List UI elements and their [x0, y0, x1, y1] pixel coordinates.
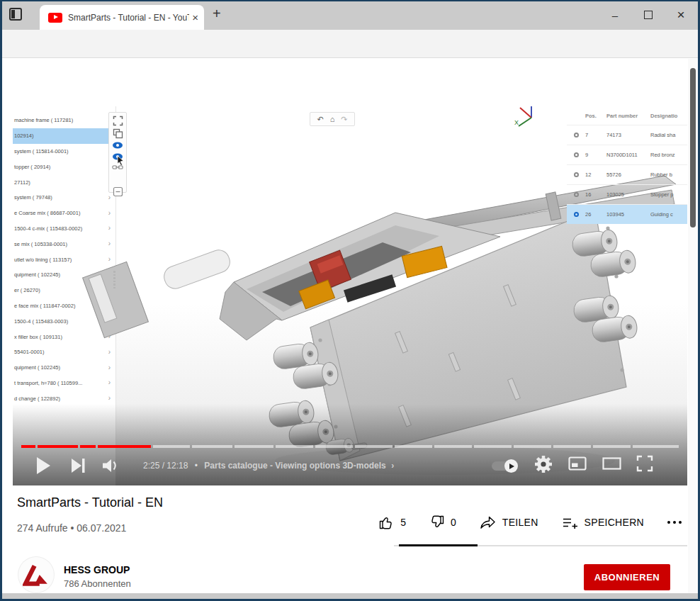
progress-segment	[192, 445, 232, 448]
browser-titlebar: SmartParts - Tutorial - EN - YouT × + – …	[0, 0, 700, 30]
youtube-favicon-icon	[48, 13, 62, 23]
volume-button[interactable]	[102, 458, 120, 473]
autoplay-knob	[504, 459, 518, 473]
parts-table-cell: Stopper p	[650, 191, 687, 198]
link-parts-icon[interactable]	[112, 164, 123, 171]
parts-table-row[interactable]: 16103025Stopper p	[567, 184, 687, 204]
chapter-title[interactable]: Parts catalogue - Viewing options 3D-mod…	[204, 461, 386, 471]
share-icon	[480, 516, 496, 529]
fit-view-icon[interactable]	[112, 116, 123, 125]
play-button[interactable]	[35, 456, 51, 475]
parts-table-body: 774173Radial sha9N3700D1011Red bronz1255…	[567, 125, 687, 224]
window-bottom-strip	[0, 593, 700, 599]
part-row-gear-icon[interactable]	[567, 172, 585, 177]
video-meta: 274 Aufrufe • 06.07.2021	[17, 522, 126, 534]
browser-tab[interactable]: SmartParts - Tutorial - EN - YouT ×	[40, 5, 204, 30]
parts-table-cell: 7	[585, 132, 606, 138]
parts-table-row[interactable]: 9N3700D1011Red bronz	[567, 145, 687, 164]
progress-bar[interactable]	[13, 445, 687, 449]
tree-resize-handle[interactable]	[113, 271, 116, 288]
save-button[interactable]: SPEICHERN	[562, 516, 644, 529]
autoplay-toggle[interactable]	[492, 461, 515, 471]
tab-actions-icon[interactable]	[9, 8, 22, 21]
parts-table-cell: 12	[585, 172, 606, 178]
progress-segment	[153, 445, 190, 448]
page-scrollbar[interactable]	[688, 59, 697, 593]
show-all-icon[interactable]	[112, 141, 123, 150]
home-view-icon[interactable]: ⌂	[330, 116, 335, 123]
parts-table-row[interactable]: 774173Radial sha	[567, 125, 687, 145]
window-border-top	[0, 0, 700, 1]
video-title: SmartParts - Tutorial - EN	[17, 495, 163, 510]
view-history-toolbar: ↶ ⌂ ↷	[310, 112, 355, 126]
scrollbar-thumb[interactable]	[690, 68, 696, 228]
parts-table-cell: 55726	[606, 172, 650, 178]
new-tab-button[interactable]: +	[213, 6, 221, 22]
video-actions: 5 0 TEILEN SPEICHERN	[379, 515, 682, 529]
parts-table: Pos.Part numberDesignatio 774173Radial s…	[567, 106, 687, 224]
chapter-chevron-icon[interactable]: ›	[391, 461, 394, 471]
parts-table-cell: 74173	[606, 132, 650, 138]
progress-segment	[315, 445, 353, 448]
share-button[interactable]: TEILEN	[480, 516, 538, 529]
parts-table-cell: 26	[585, 211, 606, 218]
like-button[interactable]: 5	[379, 515, 406, 529]
dislike-count: 0	[451, 517, 456, 528]
progress-segment	[395, 445, 432, 448]
theater-mode-button[interactable]	[602, 457, 621, 470]
save-label: SPEICHERN	[585, 517, 644, 528]
parts-table-header-cell: Designatio	[650, 113, 687, 119]
parts-table-cell: Red bronz	[650, 152, 687, 158]
window-border-left	[0, 0, 2, 601]
subscribe-button[interactable]: ABONNIEREN	[584, 564, 670, 590]
undo-icon[interactable]: ↶	[317, 116, 323, 123]
part-row-gear-icon[interactable]	[567, 192, 585, 197]
settings-gear-icon[interactable]	[533, 454, 554, 475]
progress-segment	[633, 445, 679, 448]
copy-view-icon[interactable]	[112, 128, 123, 138]
dislike-button[interactable]: 0	[429, 515, 456, 529]
thumb-down-icon	[429, 515, 444, 529]
more-actions-icon[interactable]	[667, 521, 682, 524]
progress-segment	[434, 445, 472, 448]
show-selected-icon[interactable]	[112, 152, 123, 161]
video-player[interactable]: machine frame ( 117281)›102914)system ( …	[13, 106, 687, 485]
time-display: 2:25 / 12:18	[143, 461, 188, 471]
redo-icon[interactable]: ↷	[341, 116, 347, 123]
youtube-header: YouTube DE ANMELDEN	[0, 59, 698, 99]
maximize-icon	[644, 11, 653, 19]
progress-segment	[80, 445, 96, 448]
parts-table-cell: N3700D1011	[606, 152, 650, 158]
hess-logo-icon	[23, 562, 50, 588]
tab-title: SmartParts - Tutorial - EN - YouT	[68, 13, 189, 23]
parts-table-row[interactable]: 1255726Rubber b	[567, 164, 687, 184]
collapse-panel-icon[interactable]	[112, 186, 123, 196]
time-chapter-display: 2:25 / 12:18 • Parts catalogue - Viewing…	[143, 461, 394, 471]
next-button[interactable]	[71, 456, 86, 475]
part-row-gear-icon[interactable]	[567, 152, 585, 157]
parts-table-cell: Rubber b	[650, 172, 687, 178]
channel-avatar[interactable]	[18, 557, 54, 592]
progress-segment	[474, 445, 512, 448]
parts-table-header: Pos.Part numberDesignatio	[567, 106, 687, 125]
channel-name[interactable]: HESS GROUP	[64, 564, 130, 575]
parts-table-cell: Radial sha	[650, 132, 687, 138]
sentiment-bar-likes	[399, 544, 478, 546]
progress-segment	[593, 445, 631, 448]
part-row-gear-icon[interactable]	[567, 212, 585, 217]
close-button[interactable]: ×	[670, 7, 691, 23]
parts-table-header-cell: Part number	[606, 113, 650, 119]
playlist-add-icon	[562, 516, 578, 529]
miniplayer-button[interactable]	[568, 456, 587, 471]
progress-segment	[276, 445, 313, 448]
progress-segment	[355, 445, 393, 448]
tab-close-icon[interactable]: ×	[192, 11, 198, 23]
minimize-button[interactable]: –	[604, 7, 626, 23]
maximize-button[interactable]	[638, 7, 659, 23]
fullscreen-button[interactable]	[636, 455, 653, 472]
player-controls: 2:25 / 12:18 • Parts catalogue - Viewing…	[13, 451, 687, 481]
cad-axis-triad: Y X	[513, 106, 553, 132]
part-row-gear-icon[interactable]	[567, 133, 585, 137]
parts-table-row[interactable]: 26103945Guiding c	[567, 204, 687, 224]
parts-table-header-cell: Pos.	[585, 113, 606, 119]
